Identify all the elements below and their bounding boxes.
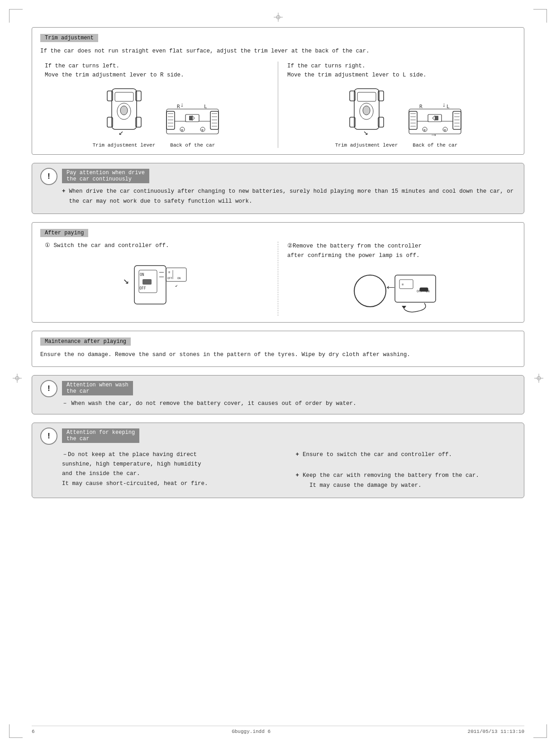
svg-marker-108	[402, 306, 406, 309]
keeping-left-col: －Do not keep at the place having direct …	[62, 450, 282, 492]
svg-text:≡: ≡	[402, 283, 404, 286]
trim-left-condition: If the car turns left. Move the trim adj…	[45, 62, 269, 80]
svg-rect-14	[115, 92, 133, 101]
footer-date: 2011/05/13 11:13:10	[468, 729, 524, 734]
trim-adjustment-section: Trim adjustment If the car does not run …	[32, 27, 524, 155]
after-paying-section: After paying ① Switch the car and contro…	[32, 222, 524, 323]
keeping-attention-content: Attention for keeping the car －Do not ke…	[62, 428, 516, 492]
car-left-illustration: ↙ Trim adjustment lever	[93, 84, 156, 148]
wash-attention-box: ! Attention when wash the car － When was…	[32, 375, 524, 414]
after-paying-step2: ②Remove the battery from the controllera…	[287, 242, 511, 261]
wash-attention-text: － When wash the car, do not remove the b…	[62, 399, 516, 409]
svg-point-54	[363, 106, 370, 115]
trim-columns: If the car turns left. Move the trim adj…	[40, 62, 516, 148]
svg-text:OFF: OFF	[139, 286, 146, 290]
svg-text:OFF: OFF	[167, 276, 172, 280]
drive-attention-box: ! Pay attention when drive the car conti…	[32, 163, 524, 214]
drive-attention-title-bar: Pay attention when drive the car continu…	[62, 169, 516, 187]
corner-tr	[533, 9, 547, 23]
svg-text:←: ←	[387, 281, 394, 295]
drive-attention-text: + When drive the car continuously after …	[62, 187, 516, 206]
trim-right-diagram: ↘ Trim adjustment lever	[287, 84, 511, 148]
lever-right-illustration: R L ↓ ⊕ ⊕ → Back of the car	[407, 95, 463, 148]
drive-attention-content: Pay attention when drive the car continu…	[62, 169, 516, 208]
trim-intro: If the car does not run straight even fl…	[40, 47, 516, 56]
trim-divider	[278, 62, 278, 148]
cross-mid-right-mark	[534, 374, 543, 383]
svg-text:↘: ↘	[363, 128, 368, 137]
svg-text:⊕: ⊕	[181, 128, 183, 132]
keeping-right-col: + Ensure to switch the car and controlle…	[296, 450, 516, 492]
footer-file: Gbuggy.indd 6	[232, 729, 271, 734]
corner-bl	[9, 724, 23, 738]
trim-left-col: If the car turns left. Move the trim adj…	[40, 62, 273, 148]
keeping-columns: －Do not keep at the place having direct …	[62, 450, 516, 492]
svg-text:L: L	[447, 104, 450, 109]
svg-text:L: L	[204, 104, 207, 109]
after-paying-divider	[278, 242, 278, 316]
wash-attention-title-bar: Attention when wash the car	[62, 381, 516, 399]
maintenance-text: Ensure the no damage. Remove the sand or…	[40, 350, 516, 360]
svg-text:⊕: ⊕	[444, 128, 446, 132]
trim-title-bar: Trim adjustment	[40, 34, 516, 47]
svg-point-16	[120, 106, 128, 115]
wash-attention-icon: !	[40, 380, 57, 397]
svg-text:↓: ↓	[442, 101, 446, 109]
after-paying-left-diagram: ON OFF ≡ OFF ON ↘ ↙	[45, 254, 269, 309]
footer: 6 Gbuggy.indd 6 2011/05/13 11:13:10	[32, 726, 524, 734]
after-paying-right-diagram: ≡ OFF ON ←	[287, 266, 511, 316]
svg-rect-52	[357, 92, 376, 101]
svg-rect-58	[453, 111, 461, 129]
lever-left-illustration: R L ↓ ⊕ ⊕ Back of the car	[164, 95, 221, 148]
svg-rect-19	[166, 111, 175, 129]
wash-attention-content: Attention when wash the car － When wash …	[62, 381, 516, 409]
trim-right-col: If the car turns right. Move the trim ad…	[283, 62, 516, 148]
svg-rect-20	[210, 111, 219, 129]
svg-text:↓: ↓	[180, 101, 184, 109]
svg-text:→: →	[432, 131, 436, 139]
keeping-attention-title-bar: Attention for keeping the car	[62, 428, 516, 447]
keeping-attention-box: ! Attention for keeping the car －Do not …	[32, 423, 524, 498]
page-number: 6	[32, 729, 35, 734]
after-paying-title-bar: After paying	[40, 229, 516, 242]
svg-text:ON: ON	[140, 273, 144, 277]
after-paying-left: ① Switch the car and controller off. ON …	[40, 242, 273, 316]
after-paying-right: ②Remove the battery from the controllera…	[283, 242, 516, 316]
svg-text:↙: ↙	[119, 128, 124, 137]
svg-text:ON: ON	[177, 276, 181, 280]
after-paying-step1: ① Switch the car and controller off.	[45, 242, 269, 249]
svg-rect-90	[143, 279, 152, 285]
svg-text:≡: ≡	[168, 271, 170, 274]
keeping-attention-icon: !	[40, 428, 57, 445]
trim-right-condition: If the car turns right. Move the trim ad…	[287, 62, 511, 80]
svg-text:R: R	[177, 104, 180, 109]
maintenance-title-bar: Maintenance after playing	[40, 338, 516, 350]
trim-left-back-label: Back of the car	[170, 143, 215, 148]
svg-text:↙: ↙	[175, 283, 178, 288]
maintenance-section: Maintenance after playing Ensure the no …	[32, 331, 524, 366]
trim-left-diagram: ↙ Trim adjustment lever	[45, 84, 269, 148]
svg-text:⊕: ⊕	[201, 128, 204, 132]
drive-attention-icon: !	[40, 168, 57, 185]
keeping-right-item2: + Keep the car with removing the battery…	[296, 471, 516, 490]
cross-mid-left-mark	[13, 374, 22, 383]
car-right-illustration: ↘ Trim adjustment lever	[335, 84, 398, 148]
svg-text:R: R	[419, 104, 423, 109]
keeping-right-item1: + Ensure to switch the car and controlle…	[296, 450, 516, 460]
svg-rect-106	[420, 288, 428, 291]
corner-tl	[9, 9, 23, 23]
trim-right-back-label: Back of the car	[413, 143, 457, 148]
svg-point-100	[354, 275, 386, 307]
after-paying-columns: ① Switch the car and controller off. ON …	[40, 242, 516, 316]
svg-text:↘: ↘	[123, 276, 129, 287]
svg-rect-57	[409, 111, 417, 129]
trim-right-label: Trim adjustment lever	[335, 143, 398, 148]
corner-br	[533, 724, 547, 738]
svg-text:⊕: ⊕	[423, 128, 426, 132]
trim-left-label: Trim adjustment lever	[93, 143, 156, 148]
cross-top-mark	[274, 13, 283, 22]
